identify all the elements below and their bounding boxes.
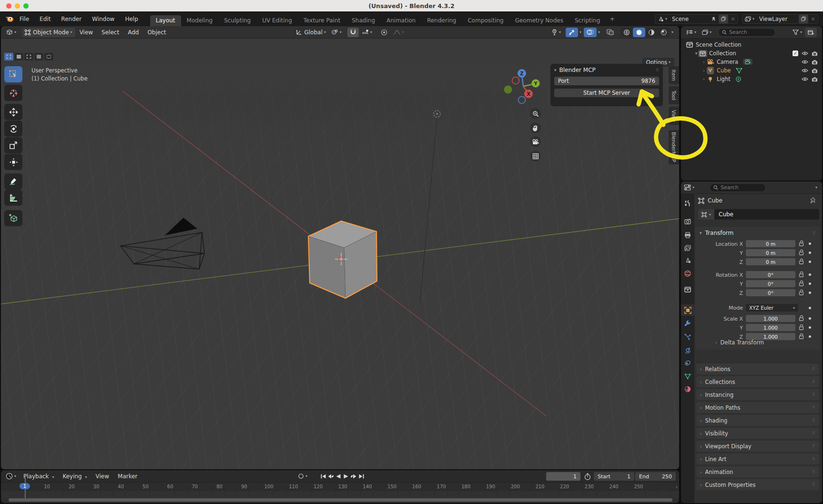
add-workspace-button[interactable]: + [606, 15, 619, 22]
overlay-options-chevron[interactable]: ▾ [598, 30, 600, 34]
start-frame-field[interactable]: Start1 [594, 472, 634, 481]
scale-tool[interactable] [4, 137, 22, 153]
gizmo-options-chevron[interactable]: ▾ [579, 30, 581, 34]
menu-window[interactable]: Window [87, 11, 120, 26]
snap-target-dropdown[interactable]: ▾ [359, 28, 375, 37]
lock-icon[interactable] [799, 315, 805, 322]
outliner-filter-dropdown[interactable]: ▾ [790, 28, 805, 37]
viewport-menu-object[interactable]: Object [143, 29, 170, 36]
chevron-right-icon[interactable]: › [701, 77, 707, 81]
workspace-tab-modeling[interactable]: Modeling [181, 15, 219, 26]
annotate-tool[interactable] [4, 173, 22, 190]
properties-tab-particles[interactable] [681, 331, 694, 343]
animate-property-dot[interactable] [809, 292, 811, 294]
animate-property-dot[interactable] [809, 261, 811, 263]
zoom-view-icon[interactable] [530, 108, 541, 119]
lock-icon[interactable] [799, 289, 805, 296]
transform-orientation-dropdown[interactable]: Global▾ [293, 28, 328, 37]
properties-tab-constraints[interactable] [681, 357, 694, 369]
prev-keyframe-button[interactable] [327, 472, 335, 481]
lock-icon[interactable] [799, 280, 805, 287]
new-collection-button[interactable] [805, 28, 817, 37]
properties-tab-physics[interactable] [681, 344, 694, 356]
properties-search-input[interactable]: Search [710, 183, 766, 192]
hide-viewport-eye-icon[interactable] [801, 67, 808, 74]
hide-viewport-eye-icon[interactable] [801, 59, 808, 66]
scene-name[interactable]: Scene [670, 15, 709, 23]
pin-id-icon[interactable] [810, 197, 816, 203]
section-visibility[interactable]: ›Visibility⠿ [696, 428, 819, 439]
transform-collapse-chevron[interactable]: ▾ [700, 231, 702, 235]
sidebar-tab-view[interactable]: View [669, 107, 679, 125]
workspace-tab-geometry-nodes[interactable]: Geometry Nodes [509, 15, 569, 26]
shading-solid-button[interactable] [633, 28, 645, 37]
hide-viewport-eye-icon[interactable] [801, 50, 808, 57]
animate-property-dot[interactable] [809, 317, 811, 320]
section-relations[interactable]: ›Relations⠿ [696, 363, 819, 374]
properties-tab-material[interactable] [681, 383, 694, 395]
minimize-window-button[interactable] [15, 3, 20, 9]
transform-value-field[interactable]: 0° [746, 271, 795, 278]
section-animation[interactable]: ›Animation⠿ [696, 466, 819, 477]
shading-wireframe-button[interactable] [620, 28, 633, 37]
transform-value-field[interactable]: 0 m [746, 249, 795, 256]
collection-checkbox[interactable]: ✓ [793, 50, 798, 56]
mode-dropdown[interactable]: Object Mode▾ [22, 28, 75, 37]
workspace-tab-rendering[interactable]: Rendering [421, 15, 462, 26]
properties-tab-view-layer[interactable] [681, 242, 694, 253]
properties-tab-modifiers[interactable] [681, 318, 694, 329]
timeline-keyframe-area[interactable] [1, 491, 679, 498]
workspace-tab-shading[interactable]: Shading [346, 15, 381, 26]
end-frame-field[interactable]: End250 [635, 472, 676, 481]
select-mode-circle[interactable] [24, 53, 33, 60]
workspace-tab-scripting[interactable]: Scripting [569, 15, 606, 26]
move-tool[interactable] [4, 104, 22, 120]
sidebar-tab-tool[interactable]: Tool [669, 86, 679, 104]
lock-icon[interactable] [799, 249, 805, 256]
transform-drag-handle[interactable]: ⠿ [813, 231, 816, 235]
timeline-collapse-arrow[interactable]: ‹ [676, 484, 678, 490]
viewport-menu-select[interactable]: Select [97, 29, 123, 36]
properties-options-chevron[interactable]: ▾ [815, 185, 817, 190]
properties-tab-object[interactable] [681, 304, 694, 316]
xray-toggle[interactable] [604, 28, 617, 37]
snap-toggle[interactable] [347, 28, 359, 37]
viewport-menu-add[interactable]: Add [123, 29, 143, 36]
menu-render[interactable]: Render [56, 11, 87, 26]
timeline-scrollbar[interactable] [9, 498, 672, 502]
timeline-ruler[interactable]: 1102030405060708090100110120130140150160… [1, 483, 679, 491]
show-gizmo-dropdown[interactable]: ▾ [549, 28, 564, 37]
pin-scene-icon[interactable] [709, 15, 719, 23]
hide-viewport-eye-icon[interactable] [801, 76, 808, 83]
show-overlays-toggle[interactable] [584, 28, 597, 37]
workspace-tab-sculpting[interactable]: Sculpting [218, 15, 256, 26]
viewport-canvas[interactable]: Z Y X [1, 39, 679, 469]
viewport-menu-view[interactable]: View [75, 29, 97, 36]
sidebar-tab-item[interactable]: Item [669, 66, 679, 84]
section-line-art[interactable]: ›Line Art⠿ [696, 454, 819, 464]
object-name-input[interactable]: Cube [714, 209, 819, 220]
section-custom-properties[interactable]: ›Custom Properties⠿ [696, 479, 819, 490]
workspace-tab-layout[interactable]: Layout [150, 15, 181, 26]
menu-edit[interactable]: Edit [34, 11, 56, 26]
outliner-row-light[interactable]: ›Light [681, 75, 822, 83]
transform-tool[interactable] [4, 154, 22, 170]
properties-tab-tool[interactable] [681, 198, 694, 209]
proportional-falloff-dropdown[interactable]: ▾ [390, 28, 407, 37]
outliner-viewlayer-icon[interactable]: ▾ [699, 28, 714, 37]
workspace-tab-animation[interactable]: Animation [381, 15, 421, 26]
properties-tab-render[interactable] [681, 216, 694, 227]
unlink-scene-icon[interactable]: ✕ [728, 15, 738, 23]
pivot-point-dropdown[interactable]: ▾ [329, 28, 345, 37]
start-mcp-server-button[interactable]: Start MCP Server [554, 89, 659, 97]
pan-view-icon[interactable] [530, 122, 541, 133]
current-frame-badge[interactable]: 1 [20, 483, 30, 489]
transform-value-field[interactable]: 0° [746, 280, 795, 287]
select-mode-box[interactable] [14, 53, 23, 60]
disable-render-camera-icon[interactable] [811, 67, 818, 74]
section-viewport-display[interactable]: ›Viewport Display⠿ [696, 441, 819, 452]
camera-view-icon[interactable] [530, 136, 541, 147]
viewlayer-name[interactable]: ViewLayer [757, 15, 799, 23]
mcp-collapse-chevron[interactable]: ▾ [554, 68, 557, 72]
lock-icon[interactable] [799, 333, 805, 340]
